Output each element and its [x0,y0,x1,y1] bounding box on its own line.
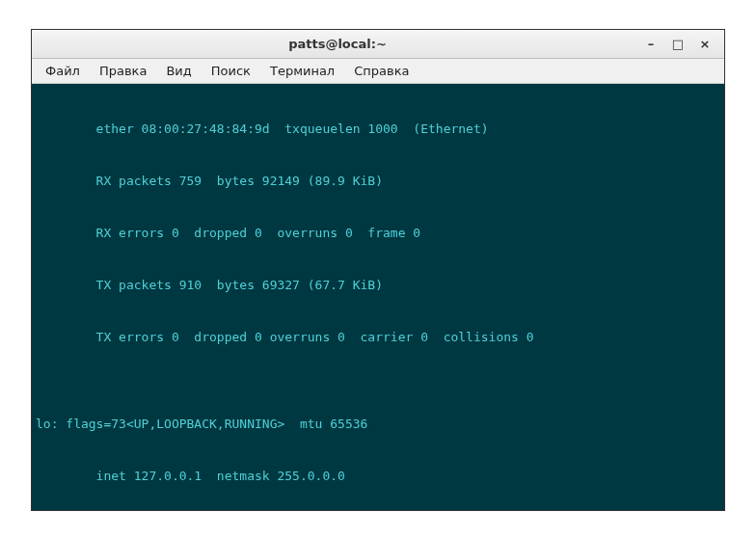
menu-view[interactable]: Вид [156,62,201,80]
menubar: Файл Правка Вид Поиск Терминал Справка [32,59,724,84]
maximize-button[interactable]: □ [664,34,691,55]
terminal-line: inet 127.0.0.1 netmask 255.0.0.0 [36,468,720,485]
terminal-area[interactable]: ether 08:00:27:48:84:9d txqueuelen 1000 … [32,84,724,510]
window-title: patts@local:~ [38,37,637,51]
menu-terminal[interactable]: Терминал [260,62,344,80]
terminal-window: patts@local:~ – □ × Файл Правка Вид Поис… [31,29,725,511]
terminal-line: TX packets 910 bytes 69327 (67.7 KiB) [36,277,720,294]
menu-file[interactable]: Файл [36,62,90,80]
terminal-line: TX errors 0 dropped 0 overruns 0 carrier… [36,329,720,346]
titlebar[interactable]: patts@local:~ – □ × [32,30,724,59]
menu-search[interactable]: Поиск [202,62,260,80]
terminal-line: RX errors 0 dropped 0 overruns 0 frame 0 [36,225,720,242]
terminal-line: RX packets 759 bytes 92149 (89.9 KiB) [36,173,720,190]
terminal-line: ether 08:00:27:48:84:9d txqueuelen 1000 … [36,121,720,138]
terminal-line: lo: flags=73<UP,LOOPBACK,RUNNING> mtu 65… [36,416,720,433]
menu-help[interactable]: Справка [344,62,418,80]
close-button[interactable]: × [691,34,718,55]
minimize-button[interactable]: – [637,34,664,55]
menu-edit[interactable]: Правка [90,62,156,80]
